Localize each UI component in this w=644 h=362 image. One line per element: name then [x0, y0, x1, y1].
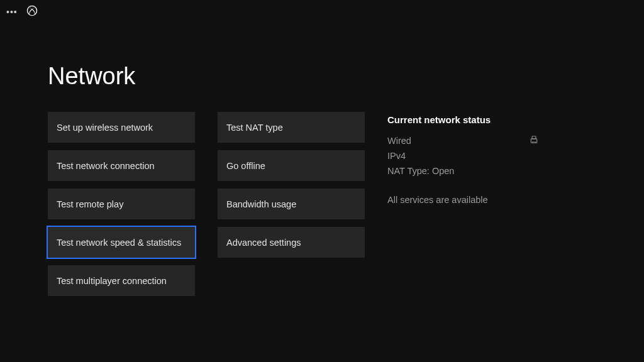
status-heading: Current network status: [387, 114, 538, 125]
test-network-speed-button[interactable]: Test network speed & statistics: [48, 227, 195, 258]
options-column-left: Set up wireless network Test network con…: [48, 112, 195, 296]
network-settings-content: Set up wireless network Test network con…: [48, 112, 538, 296]
more-icon[interactable]: •••: [6, 8, 18, 16]
setup-wireless-network-button[interactable]: Set up wireless network: [48, 112, 195, 143]
status-connection-row: Wired: [387, 135, 538, 146]
tile-label: Test network speed & statistics: [57, 238, 181, 248]
network-status-panel: Current network status Wired IPv4 NAT Ty…: [387, 112, 538, 296]
test-multiplayer-connection-button[interactable]: Test multiplayer connection: [48, 265, 195, 296]
go-offline-button[interactable]: Go offline: [218, 150, 365, 181]
tile-label: Set up wireless network: [57, 123, 153, 133]
ethernet-icon: [530, 135, 538, 146]
tile-label: Test remote play: [57, 199, 123, 209]
test-nat-type-button[interactable]: Test NAT type: [218, 112, 365, 143]
status-connection-label: Wired: [387, 136, 411, 146]
options-column-right: Test NAT type Go offline Bandwidth usage…: [218, 112, 365, 296]
advanced-settings-button[interactable]: Advanced settings: [218, 227, 365, 258]
page-title: Network: [48, 63, 135, 90]
test-network-connection-button[interactable]: Test network connection: [48, 150, 195, 181]
tile-label: Go offline: [226, 161, 265, 171]
svg-rect-1: [532, 136, 536, 139]
tile-label: Test NAT type: [226, 123, 283, 133]
status-nat-label: NAT Type: Open: [387, 166, 538, 176]
xbox-logo-icon: [26, 5, 38, 19]
tile-label: Test multiplayer connection: [57, 276, 167, 286]
status-services-label: All services are available: [387, 195, 538, 205]
bandwidth-usage-button[interactable]: Bandwidth usage: [218, 189, 365, 219]
status-protocol-label: IPv4: [387, 151, 538, 161]
test-remote-play-button[interactable]: Test remote play: [48, 189, 195, 219]
tile-label: Test network connection: [57, 161, 155, 171]
tile-label: Bandwidth usage: [226, 199, 296, 209]
tile-label: Advanced settings: [226, 238, 301, 248]
